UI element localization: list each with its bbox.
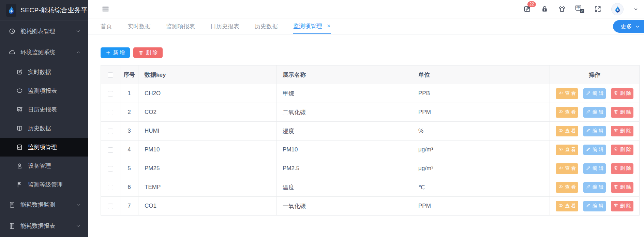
edit-button[interactable]: 编 辑 bbox=[583, 107, 606, 118]
edit-square-icon bbox=[16, 69, 23, 76]
app-logo-row: SECP-能耗综合业务平台 bbox=[0, 0, 88, 20]
notification-badge: 22 bbox=[527, 1, 536, 7]
select-all-checkbox[interactable] bbox=[108, 72, 113, 78]
add-button[interactable]: 新 增 bbox=[101, 47, 130, 58]
row-checkbox[interactable] bbox=[108, 147, 113, 153]
eye-icon bbox=[558, 90, 563, 97]
open-book-icon bbox=[16, 125, 23, 132]
tab-4[interactable]: 历史数据 bbox=[255, 18, 278, 34]
trash-icon bbox=[613, 184, 618, 190]
pencil-icon bbox=[586, 184, 591, 190]
sidebar: SECP-能耗综合业务平台 能耗图表管理 环境监测系统 实时数据 监测项报表 日… bbox=[0, 0, 88, 237]
trash-icon bbox=[613, 90, 618, 97]
row-checkbox[interactable] bbox=[108, 166, 113, 172]
chevron-down-icon bbox=[76, 29, 81, 34]
pencil-icon bbox=[586, 147, 591, 153]
view-button[interactable]: 查 看 bbox=[556, 145, 578, 155]
view-button[interactable]: 查 看 bbox=[556, 126, 578, 136]
view-button[interactable]: 查 看 bbox=[556, 182, 578, 193]
user-avatar[interactable] bbox=[611, 3, 624, 15]
trash-icon bbox=[613, 147, 618, 153]
pie-chart-icon bbox=[8, 27, 16, 35]
edit-button[interactable]: 编 辑 bbox=[583, 201, 606, 211]
sidebar-item-comment[interactable]: 监测项报表 bbox=[0, 82, 88, 100]
tab-close-icon[interactable]: × bbox=[327, 23, 331, 29]
view-button[interactable]: 查 看 bbox=[556, 163, 578, 174]
cell-unit: % bbox=[412, 122, 550, 140]
cell-data-key: CO2 bbox=[138, 103, 276, 122]
tab-5[interactable]: 监测项管理 × bbox=[293, 18, 331, 34]
col-header-actions: 操作 bbox=[550, 65, 640, 84]
sidebar-item-document-report[interactable]: 能耗数据报表 bbox=[0, 215, 88, 236]
document-report-icon bbox=[8, 222, 16, 229]
view-button[interactable]: 查 看 bbox=[556, 107, 578, 118]
row-checkbox[interactable] bbox=[108, 91, 113, 97]
topbar-actions: 22 中A bbox=[523, 3, 639, 15]
language-translate-icon[interactable]: 中A bbox=[575, 5, 584, 13]
row-checkbox[interactable] bbox=[108, 204, 113, 209]
sidebar-item-document-lines[interactable]: 能耗数据监测 bbox=[0, 194, 88, 215]
row-delete-button[interactable]: 删 除 bbox=[611, 126, 633, 136]
more-button[interactable]: 更多 bbox=[613, 20, 644, 33]
cell-display-name: 一氧化碳 bbox=[276, 197, 412, 216]
view-button[interactable]: 查 看 bbox=[556, 201, 578, 211]
row-checkbox[interactable] bbox=[108, 185, 113, 190]
sidebar-item-clipboard-check[interactable]: 监测项管理 bbox=[0, 138, 88, 157]
topbar: 22 中A bbox=[88, 0, 644, 18]
cell-data-key: TEMP bbox=[138, 178, 276, 197]
sidebar-item-flag[interactable]: 监测等级管理 bbox=[0, 175, 88, 194]
edit-button[interactable]: 编 辑 bbox=[583, 163, 606, 174]
hamburger-menu-icon[interactable] bbox=[101, 5, 110, 13]
cell-index: 2 bbox=[120, 103, 138, 122]
sidebar-item-edit-square[interactable]: 实时数据 bbox=[0, 63, 88, 82]
sidebar-item-open-book[interactable]: 历史数据 bbox=[0, 119, 88, 138]
edit-button[interactable]: 编 辑 bbox=[583, 182, 606, 193]
row-delete-button[interactable]: 删 除 bbox=[611, 145, 633, 155]
cloud-icon bbox=[8, 48, 16, 56]
delete-button[interactable]: 删 除 bbox=[133, 47, 163, 58]
plus-icon bbox=[106, 50, 111, 55]
view-button[interactable]: 查 看 bbox=[556, 88, 578, 99]
row-delete-button[interactable]: 删 除 bbox=[611, 201, 633, 211]
edit-button[interactable]: 编 辑 bbox=[583, 126, 606, 136]
sidebar-item-label: 环境监测系统 bbox=[20, 48, 76, 56]
work-order-icon[interactable]: 22 bbox=[523, 5, 531, 13]
sidebar-item-label: 实时数据 bbox=[28, 68, 88, 76]
sidebar-item-user[interactable]: 设备管理 bbox=[0, 157, 88, 175]
lock-icon[interactable] bbox=[541, 5, 549, 13]
row-delete-button[interactable]: 删 除 bbox=[611, 163, 633, 174]
tab-2[interactable]: 监测项报表 bbox=[166, 18, 195, 34]
sidebar-item-label: 能耗数据监测 bbox=[20, 201, 76, 209]
edit-button[interactable]: 编 辑 bbox=[583, 145, 606, 155]
open-tabs: 首页 实时数据 监测项报表 日历史报表 历史数据 监测项管理 × bbox=[101, 18, 346, 34]
user-menu-chevron-down-icon[interactable] bbox=[633, 6, 639, 12]
sidebar-item-label: 设备管理 bbox=[28, 162, 88, 170]
cell-unit: ℃ bbox=[412, 178, 550, 197]
app-title: SECP-能耗综合业务平台 bbox=[20, 6, 94, 15]
tab-home[interactable]: 首页 bbox=[101, 18, 112, 34]
cell-index: 6 bbox=[120, 178, 138, 197]
cell-data-key: CO1 bbox=[138, 197, 276, 216]
eye-icon bbox=[558, 128, 563, 134]
row-delete-button[interactable]: 删 除 bbox=[611, 107, 633, 118]
sidebar-item-label: 历史数据 bbox=[28, 124, 88, 132]
cell-display-name: PM10 bbox=[276, 140, 412, 159]
row-delete-button[interactable]: 删 除 bbox=[611, 182, 633, 193]
row-delete-button[interactable]: 删 除 bbox=[611, 88, 633, 99]
tab-1[interactable]: 实时数据 bbox=[128, 18, 151, 34]
cell-data-key: PM10 bbox=[138, 140, 276, 159]
sidebar-item-pie-chart[interactable]: 能耗图表管理 bbox=[0, 20, 88, 42]
tab-3[interactable]: 日历史报表 bbox=[210, 18, 239, 34]
cell-unit: μg/m³ bbox=[412, 140, 550, 159]
sidebar-item-label: 监测项管理 bbox=[28, 143, 88, 151]
trash-icon bbox=[613, 165, 618, 172]
fullscreen-icon[interactable] bbox=[594, 5, 602, 13]
sidebar-item-presentation-chart[interactable]: 日历史报表 bbox=[0, 100, 88, 119]
table-row: 2 CO2 二氧化碳 PPM 查 看 编 辑 删 除 bbox=[101, 103, 640, 122]
cell-index: 5 bbox=[120, 159, 138, 178]
row-checkbox[interactable] bbox=[108, 110, 113, 115]
row-checkbox[interactable] bbox=[108, 129, 113, 134]
edit-button[interactable]: 编 辑 bbox=[583, 88, 606, 99]
theme-tshirt-icon[interactable] bbox=[558, 5, 566, 13]
sidebar-item-cloud[interactable]: 环境监测系统 bbox=[0, 42, 88, 63]
